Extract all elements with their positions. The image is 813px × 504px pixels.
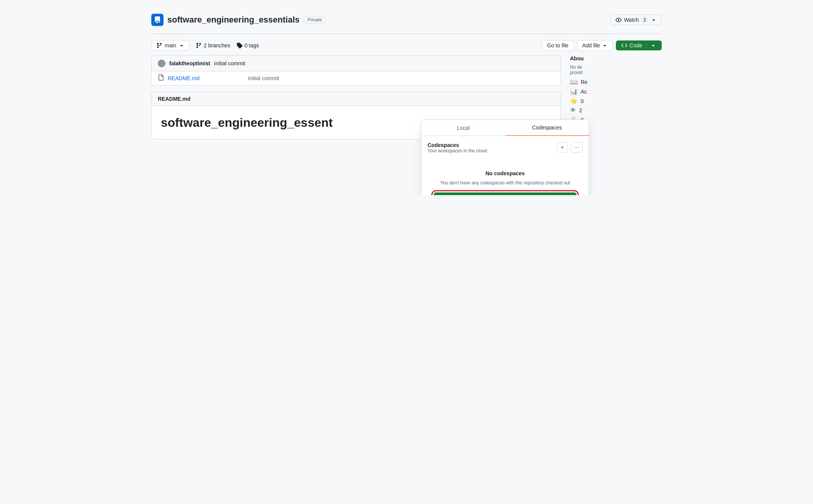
popup-section-header: Codespaces Your workspaces in the cloud … [428, 142, 583, 160]
no-codespaces-text: You don't have any codespaces with this … [434, 179, 577, 186]
commit-message: Initial commit [214, 60, 245, 66]
watch-button[interactable]: Watch 2 [611, 15, 662, 25]
codespaces-section-title: Codespaces [428, 142, 487, 148]
watch-label: Watch [624, 17, 639, 23]
commit-header: falaktheoptimist Initial commit [152, 56, 560, 71]
repo-actions: Watch 2 [611, 15, 662, 25]
main-content: falaktheoptimist Initial commit README.m… [151, 55, 662, 187]
readme-stat: 📖 Re [570, 78, 662, 86]
file-table: falaktheoptimist Initial commit README.m… [151, 55, 561, 86]
file-commit-msg: Initial commit [248, 75, 554, 81]
repo-name: software_engineering_essentials [167, 15, 300, 25]
commit-avatar [158, 60, 165, 67]
code-button-label: Code [630, 42, 642, 48]
add-codespace-button[interactable]: + [557, 142, 567, 153]
private-badge: Private [303, 16, 326, 24]
branch-bar: main 2 branches 0 tags Go to file [151, 40, 662, 51]
repo-icon [151, 14, 164, 26]
code-popup: Local Codespaces Codespaces Your workspa… [421, 120, 589, 195]
code-button[interactable]: Code [616, 40, 662, 50]
activity-icon: 📊 [570, 88, 578, 95]
create-codespace-button[interactable]: Create codespace on main [434, 192, 577, 195]
branch-selector[interactable]: main [151, 40, 189, 51]
branches-count: 2 branches [204, 42, 230, 48]
about-section: Abou No de provid 📖 Re 📊 Ac ⭐ [570, 55, 662, 123]
tags-count: 0 tags [245, 42, 259, 48]
no-codespaces-section: No codespaces You don't have any codespa… [428, 161, 583, 195]
file-icon [158, 74, 164, 82]
file-name-link[interactable]: README.md [168, 75, 244, 81]
table-row: README.md Initial commit [152, 71, 560, 85]
star-icon: ⭐ [570, 97, 578, 105]
codespaces-tab[interactable]: Codespaces [505, 120, 589, 136]
book-icon: 📖 [570, 78, 578, 86]
branch-name: main [165, 42, 176, 48]
add-file-button[interactable]: Add file [577, 40, 613, 51]
popup-tabs: Local Codespaces [421, 120, 589, 136]
watchers-stat: 👁 2 [570, 107, 662, 114]
stars-stat: ⭐ 0 [570, 97, 662, 105]
readme-header: README.md [152, 92, 560, 106]
repo-header: software_engineering_essentials Private … [151, 8, 662, 34]
popup-body: Codespaces Your workspaces in the cloud … [421, 136, 589, 195]
popup-actions: + ··· [557, 142, 583, 153]
tags-link[interactable]: 0 tags [236, 42, 259, 48]
repo-title-section: software_engineering_essentials Private [151, 14, 326, 26]
activity-stat: 📊 Ac [570, 88, 662, 95]
codespace-menu-button[interactable]: ··· [571, 142, 583, 153]
readme-title: README.md [158, 96, 191, 102]
commit-author-name: falaktheoptimist [169, 60, 210, 66]
action-buttons: Go to file Add file Code [541, 40, 662, 51]
about-heading: Abou [570, 55, 662, 61]
branch-meta: 2 branches 0 tags [196, 42, 259, 48]
codespaces-subtitle: Your workspaces in the cloud [428, 148, 487, 153]
go-to-file-button[interactable]: Go to file [541, 40, 574, 51]
watch-count: 2 [641, 17, 648, 23]
no-codespaces-title: No codespaces [434, 170, 577, 176]
branches-link[interactable]: 2 branches [196, 42, 230, 48]
local-tab[interactable]: Local [421, 120, 505, 136]
about-desc: No de provid [570, 65, 662, 75]
eye-icon: 👁 [570, 107, 576, 114]
